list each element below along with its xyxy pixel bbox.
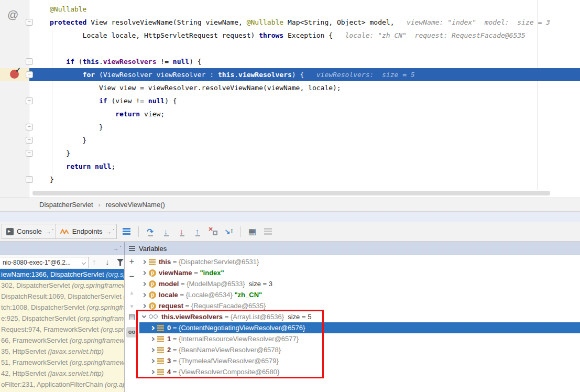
stack-frame-row[interactable]: 51, FrameworkServlet (org.springframewo [0,357,124,368]
code-segment [50,110,115,118]
code-line[interactable]: } [29,147,580,160]
frame-package: (org.springframew [72,281,124,289]
equals-sign: = [183,302,191,310]
stack-frame-row[interactable]: tch:1008, DispatcherServlet (org.springf… [0,302,124,313]
trace-stream-button[interactable] [262,225,275,238]
chevron-right-icon[interactable] [139,293,149,297]
breadcrumb-class[interactable]: DispatcherServlet [39,201,93,209]
debug-toolbar: Console → Endpoints → ↷ ↓ ↓ ↑ ✕ [0,222,580,242]
equals-sign: = [178,291,186,299]
code-line[interactable]: Locale locale, HttpServletRequest reques… [29,29,580,42]
step-out-button[interactable]: ↑ [191,225,204,238]
variable-reference: {DispatcherServlet@6531} [179,258,259,266]
code-line[interactable]: @Nullable [29,3,580,16]
stack-frame-row[interactable]: 302, DispatcherServlet (org.springframew [0,280,124,291]
drop-frame-button[interactable]: ✕ [207,225,220,238]
layout-settings-button[interactable] [121,225,133,238]
stack-frame-row[interactable]: oFilter:231, ApplicationFilterChain (org… [0,379,124,390]
stack-frame-row[interactable]: e:925, DispatcherServlet (org.springfram… [0,313,124,324]
variable-row[interactable]: pmodel = {ModelMap@6533} size = 3 [139,278,580,289]
thread-selector[interactable]: nio-8080-exec-1"@6,2... [0,257,89,268]
move-watch-down-button[interactable]: ▼ [125,303,139,309]
remove-watch-button[interactable]: − [125,271,139,282]
float-window-icon[interactable]: → [45,228,51,235]
code-segment [91,162,95,170]
code-editor[interactable]: @ @Nullableprotected View resolveViewNam… [0,0,580,198]
evaluate-expression-button[interactable]: ▦ [246,225,259,238]
code-line[interactable]: return view; [29,107,580,121]
variable-string-value: "zh_CN" [233,291,262,299]
add-watch-button[interactable]: + [125,256,139,267]
code-line[interactable] [29,42,580,55]
previous-frame-button[interactable]: ↑ [92,257,96,266]
drop-frame-icon: ✕ [209,227,217,235]
move-watch-up-button[interactable]: ▲ [125,290,139,296]
code-segment: @Nullable [247,18,283,26]
breadcrumb-method[interactable]: resolveViewName() [106,201,165,209]
stack-frame-row[interactable]: Request:974, FrameworkServlet (org.sprin [0,324,124,335]
stack-frame-row[interactable]: 42, HttpServlet (javax.servlet.http) [0,368,124,379]
frame-location: 42, HttpServlet [1,369,48,377]
frame-package: (org.sp [106,270,124,278]
force-step-into-button[interactable]: ↓ [176,225,188,238]
execution-line[interactable]: for (ViewResolver viewResolver : this.vi… [29,68,580,81]
code-line[interactable]: View view = viewResolver.resolveViewName… [29,81,580,94]
chevron-right-icon[interactable] [139,271,149,275]
fold-region-start-icon[interactable]: − [26,71,33,78]
fold-region-end-icon[interactable]: − [26,137,33,144]
fold-region-start-icon[interactable]: − [26,19,33,26]
code-segment [50,162,66,170]
tab-endpoints[interactable]: Endpoints → [56,224,117,239]
editor-horizontal-scrollbar[interactable] [32,191,550,195]
frame-location: tch:1008, DispatcherServlet [1,303,86,311]
code-segment: View resolveViewName(String viewName, [91,18,246,26]
variable-name: this [159,258,171,266]
code-segment: this [218,71,234,79]
chevron-right-icon[interactable] [139,282,149,286]
code-segment: null [173,58,189,66]
filter-frames-icon[interactable] [117,259,124,266]
frame-location: 66, FrameworkServlet [1,336,70,344]
show-watches-toggle[interactable]: oo [126,327,137,337]
step-over-button[interactable]: ↷ [144,225,157,238]
stack-frame-row[interactable]: 35, HttpServlet (javax.servlet.http) [0,346,124,357]
code-line[interactable]: return null; [29,160,580,173]
fold-region-end-icon[interactable]: − [26,124,33,130]
parameter-icon: p [149,280,159,288]
run-to-cursor-button[interactable]: ↘I [223,225,235,238]
code-line[interactable]: } [29,173,580,186]
stack-frame-row[interactable]: DispatchResult:1069, DispatcherServlet (… [0,291,124,302]
variable-row[interactable]: pviewName = "index" [139,267,580,278]
red-annotation-rectangle [136,310,324,378]
breadcrumb: DispatcherServlet › resolveViewName() [0,198,580,212]
code-segment: } [50,136,86,144]
frame-location: 302, DispatcherServlet [1,281,72,289]
breakpoint-icon[interactable] [10,70,19,79]
tab-console[interactable]: Console → [2,224,56,239]
chevron-right-icon[interactable] [139,304,149,308]
variable-name: locale [159,291,178,299]
variable-row[interactable]: this = {DispatcherServlet@6531} [139,256,580,267]
variable-row[interactable]: plocale = {Locale@6534} "zh_CN" [139,289,580,300]
stream-trace-icon [264,228,272,230]
fold-region-end-icon[interactable]: − [26,176,33,183]
float-window-icon[interactable]: → [113,245,119,252]
parameter-icon: p [149,291,159,299]
code-line[interactable]: if (view != null) { [29,94,580,107]
code-segment: viewResolvers [238,71,292,79]
fold-region-start-icon[interactable]: − [26,58,33,65]
fold-region-start-icon[interactable]: − [26,97,33,104]
fold-region-end-icon[interactable]: − [26,150,33,157]
stack-frame-row[interactable]: 66, FrameworkServlet (org.springframewo [0,335,124,346]
float-window-icon[interactable]: → [106,228,112,235]
chevron-right-icon[interactable] [139,260,149,264]
panel-divider[interactable] [124,242,125,255]
code-segment: throws [259,31,283,39]
code-line[interactable]: } [29,121,580,134]
code-line[interactable]: } [29,134,580,147]
code-line[interactable]: protected View resolveViewName(String vi… [29,16,580,29]
step-into-button[interactable]: ↓ [160,225,172,238]
stack-frame-row[interactable]: iewName:1366, DispatcherServlet (org.sp [0,269,124,280]
next-frame-button[interactable]: ↓ [105,257,110,266]
code-line[interactable]: if (this.viewResolvers != null) { [29,55,580,68]
